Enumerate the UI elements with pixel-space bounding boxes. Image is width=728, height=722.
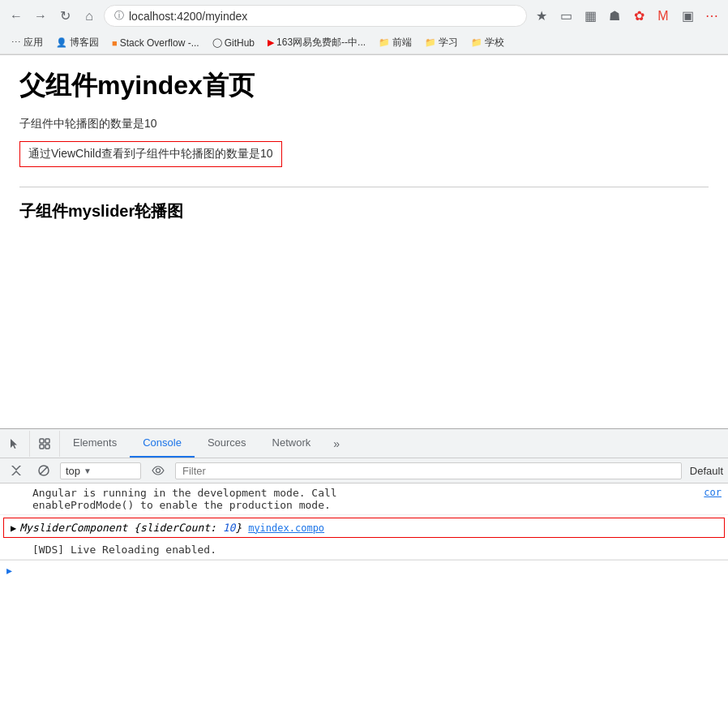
child-component-title: 子组件myslider轮播图 [19,200,709,222]
bookmark-star-button[interactable]: ★ [532,6,551,26]
folder-school-icon: 📁 [471,37,482,48]
bookmark-study[interactable]: 📁 学习 [420,34,463,51]
reload-button[interactable]: ↻ [55,6,75,26]
tab-elements[interactable]: Elements [60,429,130,458]
svg-rect-2 [40,445,44,449]
console-clear-button[interactable] [5,462,28,479]
console-default-label: Default [690,465,723,477]
tab-network[interactable]: Network [259,429,324,458]
apps-icon: ⋅⋅⋅ [11,37,21,48]
tab-console-label: Console [143,436,182,449]
blog-icon: 👤 [56,37,67,48]
home-button[interactable]: ⌂ [79,6,99,26]
folder-frontend-icon: 📁 [379,37,390,48]
console-filter-input[interactable] [175,462,682,479]
bookmarks-bar: ⋅⋅⋅ 应用 👤 博客园 ■ Stack Overflow -... ◯ Git… [0,32,728,54]
folder-study-icon: 📁 [425,37,436,48]
svg-marker-4 [11,466,21,475]
viewchild-box: 通过ViewChild查看到子组件中轮播图的数量是10 [19,141,282,167]
console-prompt[interactable]: ▸ [0,560,728,580]
mail-icon: ▶ [268,37,274,48]
console-stop-button[interactable] [32,462,55,479]
url-text: localhost:4200/myindex [129,10,247,23]
console-toolbar: top ▼ Default [0,458,728,483]
tab-network-label: Network [272,436,311,449]
component-source-link[interactable]: myindex.compo [248,522,324,534]
page-content: 父组件myindex首页 子组件中轮播图的数量是10 通过ViewChild查看… [0,55,728,428]
devtools-cursor-icon-btn[interactable] [0,431,30,457]
subtitle-text: 子组件中轮播图的数量是10 [19,117,709,131]
console-input[interactable] [19,565,722,577]
gmail-button[interactable]: M [653,6,673,26]
bookmark-blog[interactable]: 👤 博客园 [51,34,104,51]
console-line-livereload: [WDS] Live Reloading enabled. [0,540,728,560]
toolbar-icons: ★ ▭ ▦ ☗ ✿ M ▣ ⋯ [532,6,722,26]
prompt-arrow-icon: ▸ [6,564,12,577]
screenshot-button[interactable]: ▦ [580,6,600,26]
bookmark-study-label: 学习 [439,36,458,49]
bookmark-frontend[interactable]: 📁 前端 [374,34,417,51]
chevron-down-icon: ▼ [84,466,92,475]
devtools-inspector-icon-btn[interactable] [30,431,60,457]
tab-elements-label: Elements [73,436,117,449]
shockwave-button[interactable]: ✿ [629,6,649,26]
stackoverflow-icon: ■ [112,38,118,48]
page-title: 父组件myindex首页 [19,68,709,104]
bookmark-school-label: 学校 [485,36,504,49]
bookmark-github-label: GitHub [225,37,255,49]
back-button[interactable]: ← [6,6,26,26]
console-context-label: top [66,465,80,477]
console-line-angular: Angular is running in the development mo… [0,483,728,515]
bookmark-github[interactable]: ◯ GitHub [208,36,259,50]
browser-chrome: ← → ↻ ⌂ ⓘ localhost:4200/myindex ★ ▭ ▦ ☗… [0,0,728,55]
menu-button[interactable]: ⋯ [702,6,722,26]
sidebar-button[interactable]: ▣ [678,6,697,26]
tab-console[interactable]: Console [130,429,195,458]
expand-arrow-icon[interactable]: ▶ [11,522,16,534]
angular-source-link[interactable]: cor [704,487,722,498]
live-reload-text: [WDS] Live Reloading enabled. [32,544,722,556]
console-output: Angular is running in the development mo… [0,483,728,560]
svg-rect-1 [45,439,49,443]
angular-log-text: Angular is running in the development mo… [32,487,697,511]
console-context-select[interactable]: top ▼ [60,462,141,479]
bookmark-163mail[interactable]: ▶ 163网易免费邮--中... [263,34,370,51]
cast-button[interactable]: ▭ [556,6,576,26]
console-eye-button[interactable] [146,463,170,478]
devtools-panel: Elements Console Sources Network » [0,428,728,580]
forward-button[interactable]: → [31,6,50,26]
viewchild-text: 通过ViewChild查看到子组件中轮播图的数量是10 [28,147,273,160]
svg-rect-3 [45,445,49,449]
bookmark-apps-label: 应用 [24,36,43,49]
bookmark-blog-label: 博客园 [70,36,99,49]
bookmark-frontend-label: 前端 [392,36,412,49]
bookmark-stackoverflow-label: Stack Overflow -... [120,37,199,49]
component-log-text: MysliderComponent {sliderCount: 10} [19,522,242,534]
github-icon: ◯ [212,37,222,48]
secure-icon: ⓘ [114,9,124,23]
profile-button[interactable]: ☗ [605,6,624,26]
svg-point-7 [156,469,161,473]
content-divider [19,187,709,187]
devtools-more-tabs[interactable]: » [325,430,348,458]
console-line-component: ▶ MysliderComponent {sliderCount: 10} my… [3,518,725,538]
bookmark-school[interactable]: 📁 学校 [466,34,509,51]
address-bar[interactable]: ⓘ localhost:4200/myindex [104,5,527,27]
slider-count-value: 10 [223,522,236,534]
tab-sources-label: Sources [208,436,246,449]
svg-line-6 [40,466,48,475]
devtools-tabs-bar: Elements Console Sources Network » [0,429,728,458]
bookmark-apps[interactable]: ⋅⋅⋅ 应用 [6,34,48,51]
bookmark-163mail-label: 163网易免费邮--中... [276,36,366,49]
svg-rect-0 [40,439,44,443]
browser-toolbar: ← → ↻ ⌂ ⓘ localhost:4200/myindex ★ ▭ ▦ ☗… [0,0,728,32]
tab-sources[interactable]: Sources [195,429,259,458]
bookmark-stackoverflow[interactable]: ■ Stack Overflow -... [107,36,204,50]
